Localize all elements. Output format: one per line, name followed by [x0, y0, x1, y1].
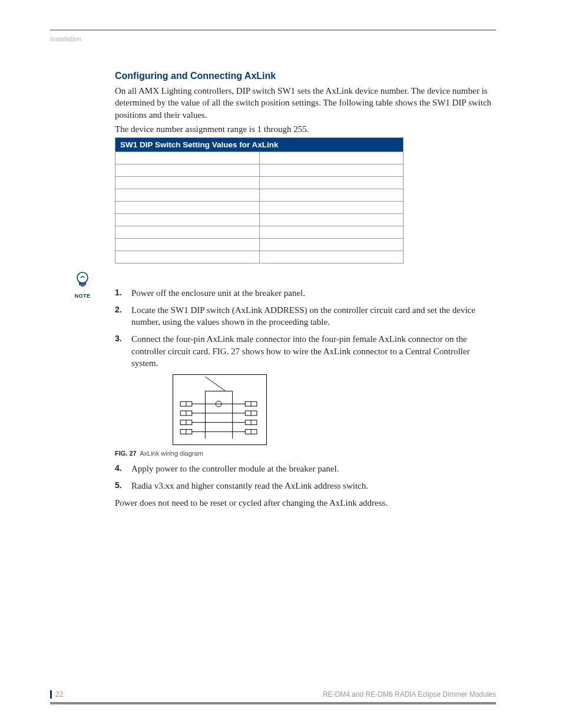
- step-text: Power off the enclosure unit at the brea…: [131, 288, 305, 298]
- table-row: [115, 251, 404, 263]
- page-frame: Installation Configuring and Connecting …: [50, 29, 496, 699]
- figure-label: FIG. 27: [115, 450, 137, 457]
- table-row: [115, 202, 404, 214]
- step-number: 2.: [115, 304, 122, 315]
- page-footer: 22 RE-DM4 and RE-DM6 RADIA Eclipse Dimme…: [50, 690, 496, 704]
- table-row: [115, 239, 404, 251]
- main-content: Configuring and Connecting AxLink On all…: [115, 71, 492, 509]
- step-text: Apply power to the controller module at …: [131, 464, 339, 473]
- intro-paragraph-1: On all AMX Lighting controllers, DIP swi…: [115, 85, 492, 121]
- step-text: Radia v3.xx and higher constantly read t…: [131, 481, 368, 490]
- step-number: 1.: [115, 287, 122, 298]
- note-bulb-icon: [72, 269, 92, 289]
- step-number: 5.: [115, 480, 122, 491]
- figure-caption: FIG. 27 AxLink wiring diagram: [115, 450, 492, 457]
- step-number: 4.: [115, 463, 122, 474]
- section-label: Installation: [50, 35, 496, 42]
- dip-switch-table: SW1 DIP Switch Setting Values for AxLink: [115, 137, 404, 263]
- note-label: NOTE: [71, 293, 94, 299]
- list-item: 3.Connect the four-pin AxLink male conne…: [115, 333, 492, 445]
- table-row: [115, 226, 404, 239]
- list-item: 1.Power off the enclosure unit at the br…: [115, 287, 492, 299]
- step-text: Connect the four-pin AxLink male connect…: [131, 334, 470, 368]
- svg-line-0: [205, 377, 225, 391]
- wiring-diagram-figure: [173, 374, 267, 445]
- footer-doc-title: RE-DM4 and RE-DM6 RADIA Eclipse Dimmer M…: [323, 690, 496, 699]
- note-callout: NOTE: [71, 269, 94, 299]
- table-title: SW1 DIP Switch Setting Values for AxLink: [115, 138, 404, 152]
- instruction-steps: 1.Power off the enclosure unit at the br…: [115, 287, 492, 445]
- table-row: [115, 164, 404, 177]
- step-text: Locate the SW1 DIP switch (AxLink ADDRES…: [131, 305, 475, 327]
- svg-point-26: [77, 272, 88, 283]
- table-row: [115, 152, 404, 164]
- table-row: [115, 189, 404, 202]
- intro-paragraph-2: The device number assignment range is 1 …: [115, 123, 492, 135]
- instruction-steps-cont: 4.Apply power to the controller module a…: [115, 463, 492, 492]
- page-number: 22: [50, 690, 63, 699]
- list-item: 4.Apply power to the controller module a…: [115, 463, 492, 475]
- table-row: [115, 214, 404, 226]
- figure-caption-text: AxLink wiring diagram: [140, 450, 203, 457]
- list-item: 2.Locate the SW1 DIP switch (AxLink ADDR…: [115, 304, 492, 328]
- list-item: 5.Radia v3.xx and higher constantly read…: [115, 480, 492, 492]
- table-row: [115, 177, 404, 189]
- step-number: 3.: [115, 333, 122, 344]
- wiring-diagram-svg: [173, 375, 266, 444]
- section-heading: Configuring and Connecting AxLink: [115, 71, 492, 81]
- closing-paragraph: Power does not need to be reset or cycle…: [115, 497, 492, 509]
